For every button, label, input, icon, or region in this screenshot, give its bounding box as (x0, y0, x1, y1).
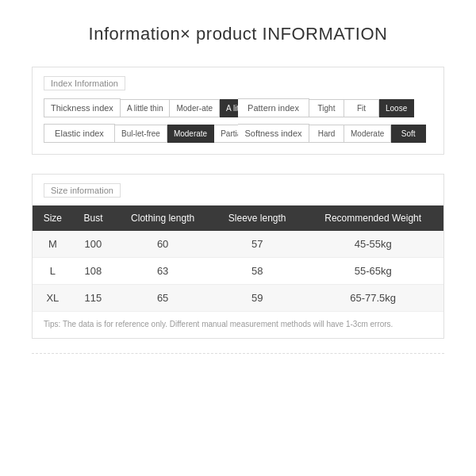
size-section-label: Size information (44, 183, 121, 198)
bottom-divider (32, 353, 444, 354)
col-size: Size (33, 205, 73, 231)
softness-index-label: Softness index (238, 124, 309, 143)
index-section-label: Index Information (44, 76, 125, 90)
cell-bust-xl: 115 (73, 285, 114, 312)
pattern-option-tight[interactable]: Tight (309, 99, 344, 117)
size-table-header-row: Size Bust Clothing length Sleeve length … (33, 205, 443, 231)
size-table: Size Bust Clothing length Sleeve length … (33, 205, 443, 312)
pattern-index-label: Pattern index (238, 98, 309, 117)
cell-sleeve-m: 57 (212, 231, 302, 258)
index-row-2-right: Softness index Hard Moderate Soft (238, 124, 432, 143)
cell-weight-l: 55-65kg (302, 258, 443, 285)
thickness-option-thin[interactable]: A little thin (121, 99, 171, 117)
index-section: Index Information Thickness index A litt… (32, 67, 444, 155)
index-row-1: Thickness index A little thin Moder-ate … (44, 98, 432, 117)
tips-text: Tips: The data is for reference only. Di… (33, 312, 443, 338)
elastic-index-label: Elastic index (44, 124, 115, 143)
cell-clothing-xl: 65 (113, 285, 212, 312)
pattern-index-options: Tight Fit Loose (309, 99, 414, 117)
elastic-option-bulletfree[interactable]: Bul-let-free (115, 125, 167, 143)
col-recommended-weight: Recommended Weight (302, 205, 443, 231)
cell-sleeve-l: 58 (212, 258, 302, 285)
thickness-option-moderate[interactable]: Moder-ate (170, 99, 220, 117)
index-rows: Thickness index A little thin Moder-ate … (44, 98, 432, 143)
cell-bust-l: 108 (73, 258, 114, 285)
cell-sleeve-xl: 59 (212, 285, 302, 312)
thickness-index-label: Thickness index (44, 98, 121, 117)
softness-option-hard[interactable]: Hard (309, 125, 344, 143)
softness-index-options: Hard Moderate Soft (309, 125, 426, 143)
index-row-2-left: Elastic index Bul-let-free Moderate Part… (44, 124, 238, 143)
cell-clothing-l: 63 (113, 258, 212, 285)
col-bust: Bust (73, 205, 114, 231)
elastic-option-moderate[interactable]: Moderate (167, 125, 214, 143)
cell-bust-m: 100 (73, 231, 114, 258)
softness-option-soft[interactable]: Soft (391, 125, 426, 143)
cell-size-xl: XL (33, 285, 73, 312)
cell-size-m: M (33, 231, 73, 258)
index-row-1-right: Pattern index Tight Fit Loose (238, 98, 432, 117)
pattern-option-fit[interactable]: Fit (344, 99, 379, 117)
index-row-1-left: Thickness index A little thin Moder-ate … (44, 98, 238, 117)
cell-clothing-m: 60 (113, 231, 212, 258)
col-clothing-length: Clothing length (113, 205, 212, 231)
table-row: L 108 63 58 55-65kg (33, 258, 443, 285)
col-sleeve-length: Sleeve length (212, 205, 302, 231)
page-title: Information× product INFORMATION (32, 24, 444, 44)
index-row-2: Elastic index Bul-let-free Moderate Part… (44, 124, 432, 143)
table-row: M 100 60 57 45-55kg (33, 231, 443, 258)
cell-weight-m: 45-55kg (302, 231, 443, 258)
cell-size-l: L (33, 258, 73, 285)
table-row: XL 115 65 59 65-77.5kg (33, 285, 443, 312)
softness-option-moderate[interactable]: Moderate (344, 125, 391, 143)
cell-weight-xl: 65-77.5kg (302, 285, 443, 312)
pattern-option-loose[interactable]: Loose (379, 99, 414, 117)
size-section: Size information Size Bust Clothing leng… (32, 174, 444, 339)
